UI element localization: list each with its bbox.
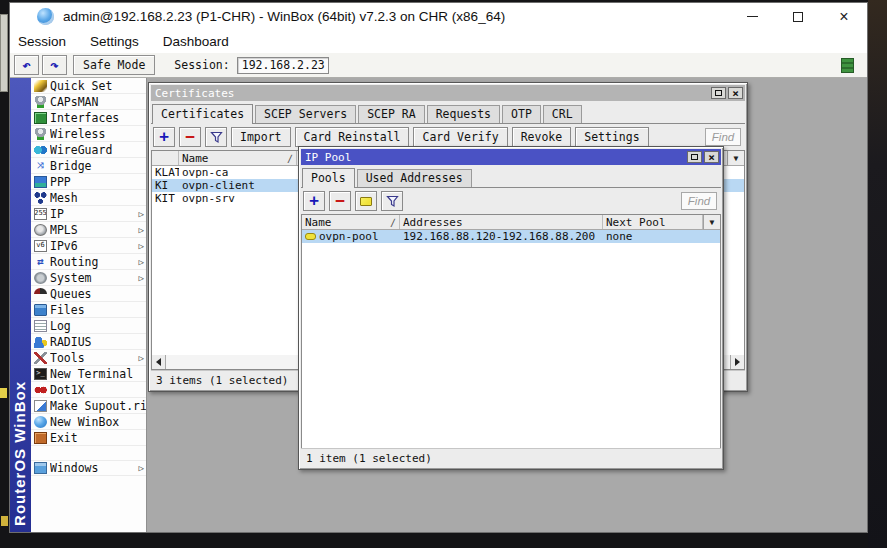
close-button[interactable]: × <box>821 3 867 30</box>
remove-button[interactable]: − <box>179 127 201 147</box>
sidebar-item-ip[interactable]: 255IP▷ <box>31 206 146 222</box>
bridge-icon: ⤨ <box>34 160 47 172</box>
safe-mode-button[interactable]: Safe Mode <box>73 55 155 75</box>
ip-pool-title-bar[interactable]: IP Pool × <box>301 149 721 165</box>
tab-otp[interactable]: OTP <box>502 105 541 123</box>
column-name[interactable]: Name∕ <box>179 151 297 165</box>
add-button[interactable]: + <box>153 127 175 147</box>
sidebar-item-exit[interactable]: Exit <box>31 430 146 446</box>
tab-crl[interactable]: CRL <box>543 105 582 123</box>
redo-button[interactable]: ↷ <box>42 55 67 75</box>
sidebar-item-windows[interactable]: Windows▷ <box>31 460 146 476</box>
exit-icon <box>34 432 47 444</box>
filter-button[interactable] <box>205 127 227 147</box>
copy-button[interactable] <box>355 191 377 211</box>
sidebar-item-system[interactable]: System▷ <box>31 270 146 286</box>
ip-pool-window: IP Pool × Pools Used Addresses + − Find … <box>298 146 724 470</box>
queues-icon <box>34 288 47 300</box>
filter-button[interactable] <box>381 191 403 211</box>
remove-button[interactable]: − <box>329 191 351 211</box>
import-button[interactable]: Import <box>231 127 291 147</box>
find-button[interactable]: Find <box>705 128 741 146</box>
table-row-selected[interactable]: ovpn-pool 192.168.88.120-192.168.88.200 … <box>302 230 720 243</box>
ip-pool-maximize-button[interactable] <box>687 151 702 163</box>
sort-icon: ∕ <box>287 153 293 164</box>
sidebar-item-queues[interactable]: Queues <box>31 286 146 302</box>
column-flags[interactable] <box>152 151 179 165</box>
desktop-fragment <box>1 516 8 526</box>
sidebar-item-bridge[interactable]: ⤨Bridge <box>31 158 146 174</box>
submenu-arrow-icon: ▷ <box>139 241 146 251</box>
find-button[interactable]: Find <box>681 192 717 210</box>
ip-pool-close-button[interactable]: × <box>704 151 719 163</box>
menu-session[interactable]: Session <box>18 34 66 49</box>
certificates-close-button[interactable]: × <box>728 87 743 99</box>
sidebar-item-dot1x[interactable]: Dot1X <box>31 382 146 398</box>
certificates-title-bar[interactable]: Certificates × <box>151 85 745 101</box>
certificates-tab-strip: Certificates SCEP Servers SCEP RA Reques… <box>151 101 745 124</box>
ip-pool-tab-strip: Pools Used Addresses <box>301 165 721 188</box>
sidebar-item-new-winbox[interactable]: New WinBox <box>31 414 146 430</box>
sidebar-item-wireguard[interactable]: WireGuard <box>31 142 146 158</box>
maximize-button[interactable] <box>775 3 821 30</box>
ip-pool-status-bar: 1 item (1 selected) <box>301 448 721 467</box>
sidebar-item-make-supout[interactable]: Make Supout.rif <box>31 398 146 414</box>
brand-vertical-text: RouterOS WinBox <box>11 381 28 526</box>
sidebar-item-ppp[interactable]: PPP <box>31 174 146 190</box>
revoke-button[interactable]: Revoke <box>512 127 572 147</box>
menu-dashboard[interactable]: Dashboard <box>163 34 229 49</box>
sidebar: Quick Set CAPsMAN Interfaces Wireless Wi… <box>31 78 147 532</box>
card-reinstall-button[interactable]: Card Reinstall <box>295 127 410 147</box>
radius-icon <box>34 336 47 348</box>
sidebar-item-radius[interactable]: RADIUS <box>31 334 146 350</box>
tab-certificates[interactable]: Certificates <box>152 104 253 124</box>
connection-indicator <box>841 58 854 73</box>
settings-button[interactable]: Settings <box>575 127 648 147</box>
submenu-arrow-icon: ▷ <box>139 353 146 363</box>
sidebar-item-wireless[interactable]: Wireless <box>31 126 146 142</box>
sidebar-item-log[interactable]: Log <box>31 318 146 334</box>
sidebar-item-files[interactable]: Files <box>31 302 146 318</box>
desktop: admin@192.168.2.23 (P1-CHR) - WinBox (64… <box>0 0 887 548</box>
mesh-icon <box>34 192 47 204</box>
chevron-down-icon: ▼ <box>734 154 739 163</box>
copy-icon <box>360 197 372 206</box>
close-icon: × <box>732 88 739 99</box>
tab-used-addresses[interactable]: Used Addresses <box>357 169 472 187</box>
column-select-dropdown[interactable]: ▼ <box>727 151 744 166</box>
plus-icon: + <box>309 193 319 209</box>
sort-icon: ∕ <box>390 217 396 228</box>
tab-requests[interactable]: Requests <box>427 105 500 123</box>
sidebar-item-tools[interactable]: Tools▷ <box>31 350 146 366</box>
undo-button[interactable]: ↶ <box>14 55 39 75</box>
column-addresses[interactable]: Addresses <box>400 215 603 229</box>
gear-icon <box>34 272 47 284</box>
sidebar-item-capsman[interactable]: CAPsMAN <box>31 94 146 110</box>
tools-icon <box>34 352 47 364</box>
card-verify-button[interactable]: Card Verify <box>413 127 507 147</box>
column-name[interactable]: Name∕ <box>302 215 400 229</box>
tab-scep-ra[interactable]: SCEP RA <box>358 105 424 123</box>
minimize-button[interactable] <box>729 3 775 30</box>
sidebar-item-mesh[interactable]: Mesh <box>31 190 146 206</box>
add-button[interactable]: + <box>303 191 325 211</box>
menu-settings[interactable]: Settings <box>90 34 139 49</box>
column-next-pool[interactable]: Next Pool <box>603 215 703 229</box>
close-icon: × <box>839 9 848 25</box>
sidebar-item-mpls[interactable]: MPLS▷ <box>31 222 146 238</box>
submenu-arrow-icon: ▷ <box>139 273 146 283</box>
certificates-maximize-button[interactable] <box>711 87 726 99</box>
sidebar-item-ipv6[interactable]: v6IPv6▷ <box>31 238 146 254</box>
chevron-down-icon: ▼ <box>710 218 715 227</box>
sidebar-item-interfaces[interactable]: Interfaces <box>31 110 146 126</box>
scroll-left-button[interactable] <box>152 355 166 369</box>
tab-pools[interactable]: Pools <box>302 168 355 188</box>
sidebar-item-quick-set[interactable]: Quick Set <box>31 78 146 94</box>
column-select-dropdown[interactable]: ▼ <box>703 215 720 230</box>
tab-scep-servers[interactable]: SCEP Servers <box>255 105 356 123</box>
scroll-right-button[interactable] <box>730 355 744 369</box>
dot1x-icon <box>34 384 47 396</box>
sidebar-item-routing[interactable]: ⇄Routing▷ <box>31 254 146 270</box>
sidebar-item-new-terminal[interactable]: >_New Terminal <box>31 366 146 382</box>
session-field[interactable]: 192.168.2.23 <box>237 57 329 74</box>
